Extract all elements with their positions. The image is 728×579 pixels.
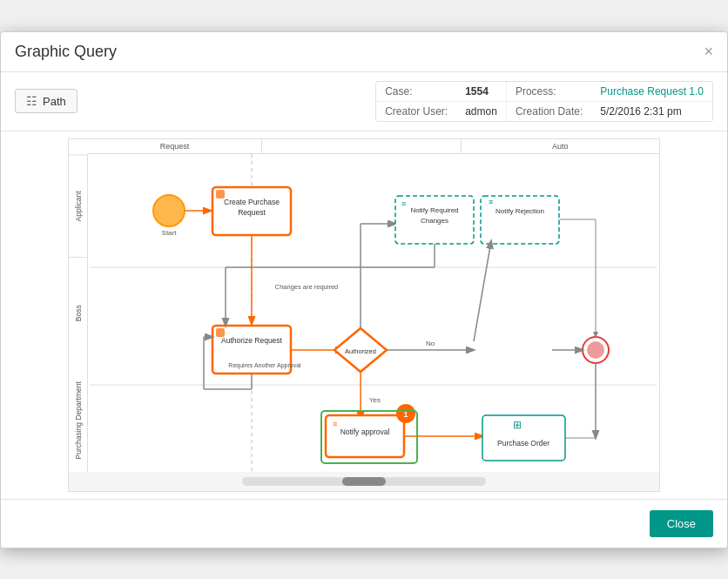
path-button[interactable]: ☷ Path [15, 89, 78, 113]
process-label: Process: [506, 82, 591, 102]
lane-boss-label: Boss [69, 257, 87, 369]
svg-text:Purchase Order: Purchase Order [497, 439, 549, 448]
svg-text:Notify approval: Notify approval [340, 428, 390, 436]
creation-date-value: 5/2/2016 2:31 pm [591, 101, 712, 121]
svg-rect-8 [216, 190, 225, 199]
lane-purchasing-label: Purchasing Department [69, 369, 87, 471]
svg-text:Notify Rejection: Notify Rejection [495, 207, 544, 215]
col-header-request: Request [88, 139, 262, 153]
col-header-middle [262, 139, 462, 153]
dialog-title: Graphic Query [15, 43, 117, 61]
lane-applicant-label: Applicant [69, 154, 87, 257]
close-x-button[interactable]: × [704, 43, 713, 61]
svg-text:≡: ≡ [401, 199, 406, 208]
svg-text:Authorized: Authorized [345, 347, 376, 355]
path-button-label: Path [43, 95, 66, 108]
case-label: Case: [376, 82, 456, 102]
dialog-footer: Close [1, 499, 727, 548]
path-icon: ☷ [26, 94, 37, 108]
svg-text:Changes are required: Changes are required [275, 283, 339, 291]
svg-text:Yes: Yes [369, 396, 381, 404]
start-label: Start [162, 229, 178, 237]
dialog-toolbar: ☷ Path Case: 1554 Process: Purchase Requ… [1, 72, 727, 131]
svg-point-40 [587, 341, 604, 359]
scrollbar-thumb[interactable] [342, 477, 386, 486]
creator-label: Creator User: [376, 101, 456, 121]
info-box: Case: 1554 Process: Purchase Request 1.0… [375, 81, 713, 122]
scrollbar-track[interactable] [242, 477, 486, 486]
svg-rect-12 [216, 328, 225, 337]
svg-text:Notify Required: Notify Required [410, 206, 458, 214]
creation-date-label: Creation Date: [506, 101, 591, 121]
svg-text:≡: ≡ [333, 420, 337, 428]
svg-text:Create Purchase: Create Purchase [224, 198, 280, 206]
svg-text:No: No [426, 340, 435, 347]
svg-text:Authorize Request: Authorize Request [221, 336, 283, 345]
process-value: Purchase Request 1.0 [591, 82, 712, 102]
svg-text:Requires Another Approval: Requires Another Approval [228, 362, 301, 369]
svg-text:Request: Request [238, 208, 266, 217]
col-header-auto: Auto [462, 139, 660, 153]
svg-text:Changes: Changes [421, 217, 448, 225]
svg-text:⊞: ⊞ [513, 419, 522, 431]
case-value: 1554 [456, 82, 506, 102]
svg-text:≡: ≡ [489, 198, 493, 206]
svg-rect-44 [326, 415, 404, 457]
graphic-query-dialog: Graphic Query × ☷ Path Case: 1554 Proces… [0, 31, 728, 549]
svg-rect-50 [482, 415, 565, 461]
process-diagram: Start Create Purchase Request Authorize … [88, 154, 659, 472]
creator-value: admon [456, 101, 506, 121]
diagram-container: Request Auto Applicant Boss Purchasing D… [1, 131, 727, 499]
close-button[interactable]: Close [650, 510, 713, 537]
svg-point-3 [153, 195, 185, 226]
svg-line-38 [474, 241, 491, 341]
dialog-header: Graphic Query × [1, 32, 727, 72]
scrollbar-area[interactable] [69, 472, 659, 491]
